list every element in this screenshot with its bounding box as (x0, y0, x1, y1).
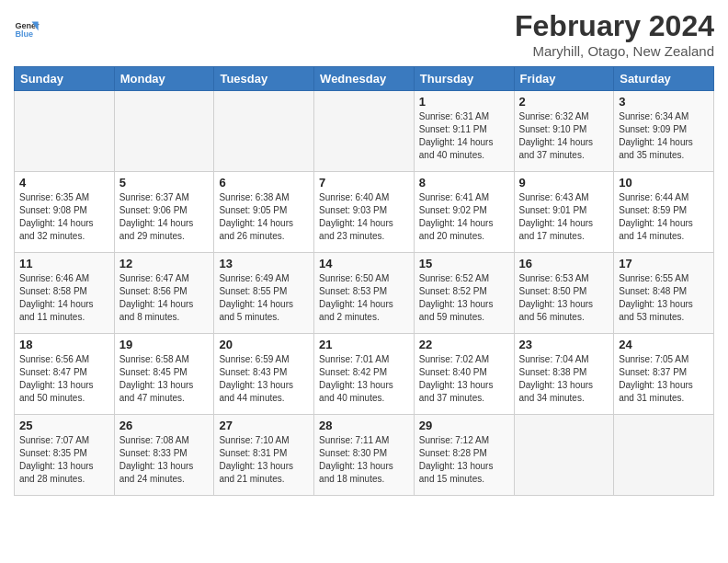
calendar-day-header: Friday (514, 67, 614, 91)
day-info: Sunrise: 6:49 AMSunset: 8:55 PMDaylight:… (219, 272, 309, 324)
day-number: 6 (219, 176, 309, 190)
day-number: 26 (119, 419, 210, 432)
day-number: 28 (319, 419, 409, 432)
calendar-cell: 9Sunrise: 6:43 AMSunset: 9:01 PMDaylight… (514, 172, 614, 253)
day-number: 24 (619, 338, 709, 351)
day-info: Sunrise: 7:10 AMSunset: 8:31 PMDaylight:… (219, 434, 309, 486)
day-info: Sunrise: 7:12 AMSunset: 8:28 PMDaylight:… (419, 434, 509, 486)
calendar-cell: 15Sunrise: 6:52 AMSunset: 8:52 PMDayligh… (414, 253, 514, 334)
calendar-week-row: 4Sunrise: 6:35 AMSunset: 9:08 PMDaylight… (15, 172, 714, 253)
day-number: 29 (419, 419, 509, 432)
calendar-week-row: 11Sunrise: 6:46 AMSunset: 8:58 PMDayligh… (15, 253, 714, 334)
day-info: Sunrise: 6:43 AMSunset: 9:01 PMDaylight:… (519, 191, 609, 243)
calendar-cell: 14Sunrise: 6:50 AMSunset: 8:53 PMDayligh… (314, 253, 415, 334)
title-section: February 2024 Maryhill, Otago, New Zeala… (515, 9, 714, 59)
page-header: General Blue February 2024 Maryhill, Ota… (14, 9, 714, 59)
calendar-cell: 20Sunrise: 6:59 AMSunset: 8:43 PMDayligh… (214, 334, 314, 415)
day-number: 9 (519, 176, 609, 190)
day-number: 17 (619, 257, 709, 270)
calendar-day-header: Sunday (15, 67, 115, 91)
calendar-cell: 6Sunrise: 6:38 AMSunset: 9:05 PMDaylight… (214, 172, 314, 253)
day-info: Sunrise: 7:07 AMSunset: 8:35 PMDaylight:… (19, 434, 109, 486)
calendar-cell: 23Sunrise: 7:04 AMSunset: 8:38 PMDayligh… (514, 334, 614, 415)
day-info: Sunrise: 6:34 AMSunset: 9:09 PMDaylight:… (619, 110, 709, 162)
calendar-table: SundayMondayTuesdayWednesdayThursdayFrid… (14, 66, 714, 496)
calendar-week-row: 18Sunrise: 6:56 AMSunset: 8:47 PMDayligh… (15, 334, 714, 415)
day-number: 15 (419, 257, 509, 270)
calendar-cell: 10Sunrise: 6:44 AMSunset: 8:59 PMDayligh… (614, 172, 714, 253)
calendar-cell (15, 91, 115, 172)
day-number: 25 (19, 419, 109, 432)
calendar-cell: 24Sunrise: 7:05 AMSunset: 8:37 PMDayligh… (614, 334, 714, 415)
day-info: Sunrise: 6:46 AMSunset: 8:58 PMDaylight:… (19, 272, 109, 324)
day-info: Sunrise: 6:50 AMSunset: 8:53 PMDaylight:… (319, 272, 409, 324)
day-info: Sunrise: 6:52 AMSunset: 8:52 PMDaylight:… (419, 272, 509, 324)
calendar-header-row: SundayMondayTuesdayWednesdayThursdayFrid… (15, 67, 714, 91)
day-number: 8 (419, 176, 509, 190)
day-number: 3 (619, 95, 709, 109)
calendar-cell: 13Sunrise: 6:49 AMSunset: 8:55 PMDayligh… (214, 253, 314, 334)
day-info: Sunrise: 7:02 AMSunset: 8:40 PMDaylight:… (419, 353, 509, 405)
day-info: Sunrise: 7:08 AMSunset: 8:33 PMDaylight:… (119, 434, 210, 486)
calendar-cell: 21Sunrise: 7:01 AMSunset: 8:42 PMDayligh… (314, 334, 415, 415)
day-info: Sunrise: 7:04 AMSunset: 8:38 PMDaylight:… (519, 353, 609, 405)
day-number: 14 (319, 257, 409, 270)
calendar-day-header: Tuesday (214, 67, 314, 91)
calendar-day-header: Thursday (414, 67, 514, 91)
day-info: Sunrise: 6:56 AMSunset: 8:47 PMDaylight:… (19, 353, 109, 405)
calendar-cell: 4Sunrise: 6:35 AMSunset: 9:08 PMDaylight… (15, 172, 115, 253)
day-info: Sunrise: 6:55 AMSunset: 8:48 PMDaylight:… (619, 272, 709, 324)
calendar-day-header: Saturday (614, 67, 714, 91)
calendar-cell: 25Sunrise: 7:07 AMSunset: 8:35 PMDayligh… (15, 415, 115, 496)
day-info: Sunrise: 6:31 AMSunset: 9:11 PMDaylight:… (419, 110, 509, 162)
day-info: Sunrise: 6:40 AMSunset: 9:03 PMDaylight:… (319, 191, 409, 243)
calendar-day-header: Monday (114, 67, 214, 91)
calendar-cell: 2Sunrise: 6:32 AMSunset: 9:10 PMDaylight… (514, 91, 614, 172)
day-info: Sunrise: 6:59 AMSunset: 8:43 PMDaylight:… (219, 353, 309, 405)
logo: General Blue (14, 17, 40, 42)
day-info: Sunrise: 6:32 AMSunset: 9:10 PMDaylight:… (519, 110, 609, 162)
calendar-cell (214, 91, 314, 172)
calendar-cell: 5Sunrise: 6:37 AMSunset: 9:06 PMDaylight… (114, 172, 214, 253)
day-number: 19 (119, 338, 210, 351)
calendar-cell: 22Sunrise: 7:02 AMSunset: 8:40 PMDayligh… (414, 334, 514, 415)
calendar-cell (314, 91, 415, 172)
day-info: Sunrise: 6:44 AMSunset: 8:59 PMDaylight:… (619, 191, 709, 243)
day-number: 21 (319, 338, 409, 351)
day-number: 23 (519, 338, 609, 351)
calendar-cell: 7Sunrise: 6:40 AMSunset: 9:03 PMDaylight… (314, 172, 415, 253)
page-subtitle: Maryhill, Otago, New Zealand (515, 43, 714, 59)
day-info: Sunrise: 6:37 AMSunset: 9:06 PMDaylight:… (119, 191, 210, 243)
day-info: Sunrise: 6:38 AMSunset: 9:05 PMDaylight:… (219, 191, 309, 243)
calendar-week-row: 1Sunrise: 6:31 AMSunset: 9:11 PMDaylight… (15, 91, 714, 172)
calendar-cell: 27Sunrise: 7:10 AMSunset: 8:31 PMDayligh… (214, 415, 314, 496)
page-title: February 2024 (515, 9, 714, 43)
day-number: 10 (619, 176, 709, 190)
calendar-cell: 16Sunrise: 6:53 AMSunset: 8:50 PMDayligh… (514, 253, 614, 334)
calendar-cell: 8Sunrise: 6:41 AMSunset: 9:02 PMDaylight… (414, 172, 514, 253)
calendar-day-header: Wednesday (314, 67, 415, 91)
calendar-cell: 28Sunrise: 7:11 AMSunset: 8:30 PMDayligh… (314, 415, 415, 496)
calendar-cell: 29Sunrise: 7:12 AMSunset: 8:28 PMDayligh… (414, 415, 514, 496)
calendar-cell: 11Sunrise: 6:46 AMSunset: 8:58 PMDayligh… (15, 253, 115, 334)
day-number: 2 (519, 95, 609, 109)
day-number: 11 (19, 257, 109, 270)
day-info: Sunrise: 6:35 AMSunset: 9:08 PMDaylight:… (19, 191, 109, 243)
calendar-week-row: 25Sunrise: 7:07 AMSunset: 8:35 PMDayligh… (15, 415, 714, 496)
day-number: 16 (519, 257, 609, 270)
svg-text:Blue: Blue (15, 29, 33, 39)
day-number: 27 (219, 419, 309, 432)
day-info: Sunrise: 6:53 AMSunset: 8:50 PMDaylight:… (519, 272, 609, 324)
day-number: 18 (19, 338, 109, 351)
calendar-cell: 1Sunrise: 6:31 AMSunset: 9:11 PMDaylight… (414, 91, 514, 172)
calendar-cell: 26Sunrise: 7:08 AMSunset: 8:33 PMDayligh… (114, 415, 214, 496)
day-info: Sunrise: 7:11 AMSunset: 8:30 PMDaylight:… (319, 434, 409, 486)
calendar-cell (614, 415, 714, 496)
day-number: 13 (219, 257, 309, 270)
calendar-cell: 3Sunrise: 6:34 AMSunset: 9:09 PMDaylight… (614, 91, 714, 172)
calendar-cell: 12Sunrise: 6:47 AMSunset: 8:56 PMDayligh… (114, 253, 214, 334)
day-number: 4 (19, 176, 109, 190)
day-info: Sunrise: 6:58 AMSunset: 8:45 PMDaylight:… (119, 353, 210, 405)
calendar-cell (114, 91, 214, 172)
logo-icon: General Blue (14, 17, 40, 42)
